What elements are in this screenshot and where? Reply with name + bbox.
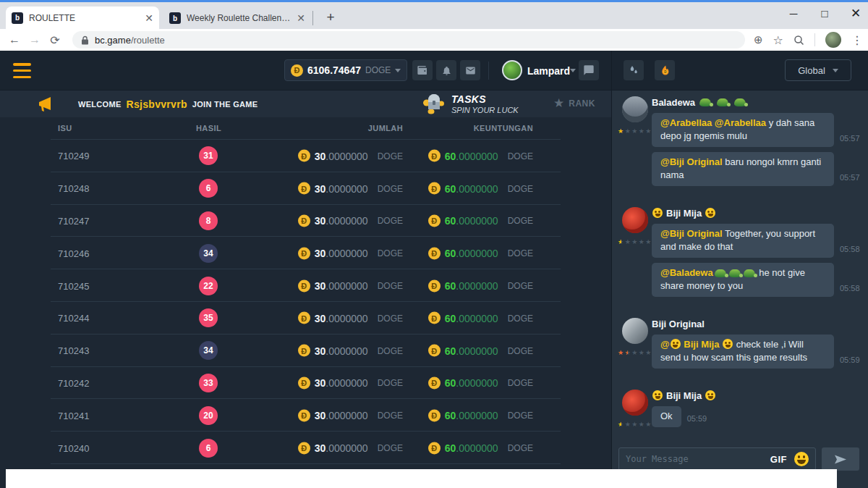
- rank-widget[interactable]: ★ RANK: [553, 97, 595, 109]
- chat-username[interactable]: Biji Original: [652, 318, 868, 329]
- table-row: 710242 33 Đ 30.0000000 DOGE Đ 60.0000000…: [0, 367, 611, 400]
- chat-username[interactable]: Biji Mija: [652, 207, 868, 219]
- column-hasil: HASIL: [196, 124, 221, 132]
- doge-coin-icon: Đ: [428, 376, 441, 389]
- turtle-emoji: [734, 98, 746, 106]
- bell-icon: [441, 65, 452, 76]
- forward-icon[interactable]: →: [25, 33, 45, 46]
- doge-coin-icon: Đ: [298, 247, 310, 259]
- new-tab-button[interactable]: +: [321, 8, 340, 27]
- currency-label: DOGE: [378, 216, 403, 226]
- bonus-button[interactable]: Đ: [655, 60, 675, 80]
- doge-coin-icon: Đ: [428, 182, 441, 195]
- currency-label: DOGE: [508, 345, 533, 356]
- zoom-icon[interactable]: ⊕: [754, 33, 763, 46]
- tab-weekly-challenge[interactable]: b Weekly Roulette Challenge - Win ✕: [165, 9, 310, 28]
- profit-cell: Đ 60.0000000 DOGE: [428, 312, 533, 324]
- chat-username[interactable]: Biji Mija: [652, 390, 868, 401]
- turtle-emoji: [715, 269, 726, 277]
- bottom-white-strip: [6, 469, 837, 488]
- bet-id: 710246: [58, 248, 89, 258]
- profit-cell: Đ 60.0000000 DOGE: [428, 247, 533, 259]
- chat-input-box[interactable]: GIF: [618, 447, 816, 471]
- site-header: Đ 6106.74647 DOGE Lampard: [0, 51, 868, 91]
- tasks-widget[interactable]: TASKS SPIN YOUR LUCK: [451, 93, 519, 114]
- message-input[interactable]: [626, 454, 767, 464]
- table-row: 710244 35 Đ 30.0000000 DOGE Đ 60.0000000…: [0, 302, 611, 335]
- wallet-button[interactable]: [412, 60, 433, 80]
- doge-coin-icon: Đ: [298, 279, 310, 292]
- reload-icon[interactable]: ⟳: [45, 33, 65, 47]
- smiley-icon[interactable]: [794, 452, 809, 466]
- close-button[interactable]: ✕: [841, 2, 868, 24]
- minimize-button[interactable]: ─: [779, 2, 808, 24]
- bet-id: 710247: [58, 215, 89, 226]
- send-button[interactable]: [822, 447, 859, 471]
- bet-id: 710244: [58, 313, 89, 324]
- chat-panel: ★★★★★★★★★★ Baladewa @Arabellaa @Arabella…: [612, 91, 868, 488]
- bet-amount-cell: Đ 30.0000000 DOGE: [298, 345, 403, 357]
- doge-coin-icon: Đ: [298, 442, 310, 454]
- doge-coin-icon: Đ: [298, 150, 310, 162]
- gif-button[interactable]: GIF: [770, 454, 787, 465]
- chat-bubble: Ok05:59: [652, 406, 681, 427]
- results-table-header: ISU HASIL JUMLAH KEUNTUNGAN: [0, 117, 611, 140]
- table-row: 710248 6 Đ 30.0000000 DOGE Đ 60.0000000 …: [0, 172, 611, 205]
- site-favicon: b: [169, 12, 181, 24]
- bet-id: 710243: [58, 345, 89, 356]
- mail-icon: [465, 65, 476, 76]
- results-table: ISU HASIL JUMLAH KEUNTUNGAN 710249 31 Đ …: [0, 117, 611, 488]
- hamburger-icon[interactable]: [13, 62, 31, 80]
- result-number-badge: 8: [199, 211, 218, 230]
- avatar[interactable]: [622, 96, 648, 122]
- bookmark-star-icon[interactable]: ☆: [773, 33, 783, 47]
- chat-region-selector[interactable]: Global: [785, 59, 851, 81]
- address-bar: ← → ⟳ bc.game/roulette ⊕ ☆ ⋮: [0, 29, 868, 51]
- notifications-button[interactable]: [436, 60, 456, 80]
- chat-bubble: @Arabellaa @Arabellaa y dah sana depo jg…: [652, 113, 834, 147]
- message-timestamp: 05:59: [687, 412, 707, 425]
- currency-label: DOGE: [508, 281, 533, 291]
- user-name[interactable]: Lampard: [527, 65, 570, 77]
- chat-username[interactable]: Baladewa: [652, 96, 868, 108]
- doge-coin-icon: Đ: [291, 64, 303, 77]
- url-field[interactable]: bc.game/roulette: [72, 31, 745, 49]
- user-avatar[interactable]: [502, 60, 522, 80]
- doge-coin-icon: Đ: [428, 214, 441, 227]
- tasks-subtitle: SPIN YOUR LUCK: [451, 106, 519, 114]
- bet-amount-cell: Đ 30.0000000 DOGE: [298, 376, 403, 389]
- currency-label: DOGE: [378, 248, 403, 258]
- result-number-badge: 6: [199, 179, 218, 198]
- back-icon[interactable]: ←: [4, 33, 25, 46]
- avatar[interactable]: [622, 390, 648, 416]
- menu-dots-icon[interactable]: ⋮: [851, 33, 863, 47]
- currency-label: DOGE: [508, 248, 533, 258]
- chat-region-label: Global: [798, 65, 825, 76]
- tab-close-icon[interactable]: ✕: [297, 13, 305, 23]
- currency-label: DOGE: [378, 313, 403, 323]
- doge-coin-icon: Đ: [298, 182, 310, 195]
- balance-selector[interactable]: Đ 6106.74647 DOGE: [284, 59, 407, 81]
- tasks-title: TASKS: [451, 93, 519, 105]
- results-rows: 710249 31 Đ 30.0000000 DOGE Đ 60.0000000…: [0, 140, 611, 464]
- search-icon[interactable]: [793, 35, 804, 46]
- bet-amount-cell: Đ 30.0000000 DOGE: [298, 150, 403, 162]
- browser-profile-avatar[interactable]: [825, 32, 841, 48]
- tab-close-icon[interactable]: ✕: [145, 13, 153, 23]
- grin-emoji: [652, 390, 663, 400]
- message-timestamp: 05:57: [840, 132, 860, 145]
- browser-tabstrip: b ROULETTE ✕ b Weekly Roulette Challenge…: [0, 2, 868, 29]
- avatar[interactable]: [622, 318, 648, 344]
- chat-messages: ★★★★★★★★★★ Baladewa @Arabellaa @Arabella…: [612, 91, 868, 428]
- result-number-badge: 22: [199, 277, 218, 295]
- tab-roulette[interactable]: b ROULETTE ✕: [6, 7, 159, 29]
- currency-label: DOGE: [378, 183, 403, 193]
- messages-button[interactable]: [460, 60, 480, 80]
- doge-coin-icon: Đ: [298, 376, 310, 389]
- rain-button[interactable]: [624, 60, 644, 80]
- maximize-button[interactable]: □: [810, 2, 839, 24]
- chat-bubble: @Baladewa he not give share money to you…: [652, 263, 834, 297]
- currency-label: DOGE: [508, 313, 533, 323]
- avatar[interactable]: [622, 207, 648, 233]
- chat-toggle-button[interactable]: [579, 60, 599, 80]
